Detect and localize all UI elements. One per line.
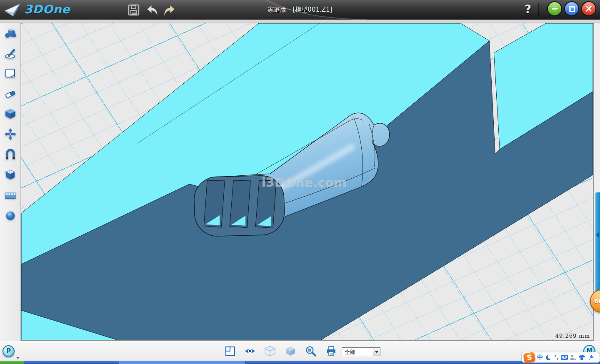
print-icon [325, 345, 338, 357]
p-badge-button[interactable]: P [2, 345, 15, 357]
os-taskbar-edge [0, 361, 600, 364]
visibility-button[interactable] [244, 345, 256, 357]
sketch-plane-icon [4, 67, 17, 80]
left-toolbar [0, 23, 21, 341]
close-icon: × [585, 3, 593, 15]
redo-icon[interactable] [163, 4, 176, 16]
minimize-icon [552, 8, 558, 10]
soft-keyboard-icon[interactable] [561, 355, 568, 360]
sketch-pencil-icon [4, 47, 17, 59]
move-transform-icon [4, 128, 17, 140]
titlebar-separator [538, 3, 539, 17]
collapse-left-icon [596, 232, 599, 237]
wireframe-mode-button[interactable] [264, 345, 276, 357]
ime-toolbar: S 中 °, 14 [522, 352, 600, 363]
primitive-solids-icon [4, 27, 17, 39]
tool-magnet-button[interactable] [4, 148, 17, 161]
restore-button[interactable] [565, 2, 578, 15]
close-button[interactable]: × [582, 2, 595, 15]
p-badge-caret[interactable] [16, 357, 20, 359]
tool-sketch-button[interactable] [4, 47, 17, 59]
tool-feature-cube-button[interactable] [4, 107, 17, 120]
viewport-scene: i3DOne.com [21, 23, 593, 340]
start-button-fragment[interactable] [0, 361, 24, 364]
eraser-icon [4, 87, 17, 100]
help-button[interactable]: ? [522, 2, 534, 17]
view-plane-button[interactable] [224, 345, 236, 357]
user-profile-icon[interactable]: 14 [570, 355, 576, 360]
title-bar: 3DOne 家庭版 - [模型001.Z1] ? × [0, 0, 600, 20]
save-icon[interactable] [128, 4, 140, 16]
minimize-button[interactable] [548, 2, 561, 15]
print-button[interactable] [325, 345, 338, 357]
sogou-logo-icon[interactable]: S [523, 352, 536, 363]
measure-ruler-icon [4, 189, 17, 202]
floating-ball-count: 66 [594, 298, 600, 304]
paper-plane-icon [3, 2, 22, 18]
zoom-button[interactable] [305, 345, 317, 357]
shaded-cube-icon [284, 345, 297, 357]
unfold-box-icon [4, 169, 17, 181]
tool-sketch-plane-button[interactable] [4, 67, 17, 80]
wireframe-cube-icon [264, 345, 276, 357]
material-sphere-icon [4, 209, 17, 222]
chinese-english-toggle[interactable]: 中 [537, 354, 543, 362]
undo-icon[interactable] [146, 4, 158, 16]
restore-icon [570, 7, 575, 12]
tool-measure-button[interactable] [4, 189, 17, 202]
night-mode-moon-icon[interactable] [545, 354, 552, 361]
dropdown-arrow-icon[interactable] [373, 348, 380, 356]
shaded-mode-button[interactable] [284, 345, 297, 357]
tool-primitive-solids-button[interactable] [4, 27, 17, 39]
viewport-3d[interactable]: i3DOne.com 49.269 mm [21, 23, 593, 341]
user-badge-count: 14 [573, 357, 576, 360]
window-frame-strip [0, 20, 600, 23]
measurement-readout: 49.269 mm [544, 333, 590, 339]
display-filter-dropdown[interactable]: 全部 [342, 347, 380, 356]
taskbar-window-fragment[interactable] [119, 361, 246, 364]
magnet-assembly-icon [4, 148, 17, 161]
titlebar-swoosh [0, 0, 600, 20]
zoom-search-icon [305, 345, 317, 357]
feature-cube-icon [4, 107, 17, 120]
punctuation-mode-icon[interactable]: °, [554, 354, 559, 360]
bottom-toolbar: P [0, 341, 600, 361]
watermark: i3DOne.com [261, 175, 346, 189]
app-brand: 3DOne [24, 2, 70, 16]
view-plane-icon [224, 345, 236, 357]
settings-wrench-icon[interactable] [588, 354, 594, 361]
tool-eraser-button[interactable] [4, 87, 17, 100]
tool-material-button[interactable] [4, 209, 17, 222]
application-window: 3DOne 家庭版 - [模型001.Z1] ? × [0, 0, 600, 364]
tool-unfold-box-button[interactable] [4, 169, 17, 181]
visibility-eye-icon [244, 345, 256, 357]
display-filter-value: 全部 [345, 349, 355, 356]
tool-move-button[interactable] [4, 128, 17, 140]
skin-shirt-icon[interactable] [578, 354, 585, 360]
